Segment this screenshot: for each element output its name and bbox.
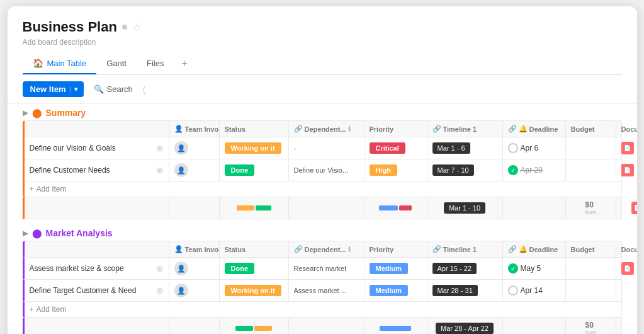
tab-main-table[interactable]: 🏠 Main Table bbox=[23, 53, 97, 74]
priority-badge[interactable]: High bbox=[370, 164, 397, 176]
deadline-check: ✓ bbox=[508, 263, 518, 274]
timeline-cell: Mar 7 - 10 bbox=[427, 159, 503, 181]
tab-gantt[interactable]: Gantt bbox=[96, 54, 137, 74]
team-cell: 👤 bbox=[169, 159, 220, 181]
home-icon: 🏠 bbox=[33, 58, 43, 68]
col-budget: Budget bbox=[566, 121, 616, 137]
tab-gantt-label: Gantt bbox=[106, 59, 127, 68]
status-cell[interactable]: Working on it bbox=[220, 137, 289, 159]
search-button[interactable]: 🔍 Search bbox=[89, 81, 138, 97]
plus-icon: + bbox=[30, 305, 34, 314]
dep-cell: Assess market ... bbox=[289, 280, 364, 301]
doc-icon[interactable]: 📄 bbox=[621, 142, 634, 154]
deadline-check: ✓ bbox=[508, 165, 518, 175]
col-status: Status bbox=[220, 241, 289, 257]
col-status: Status bbox=[220, 121, 289, 137]
budget-cell bbox=[566, 280, 616, 301]
priority-cell[interactable]: High bbox=[364, 159, 427, 181]
mini-bar bbox=[235, 326, 253, 331]
status-badge[interactable]: Working on it bbox=[225, 142, 281, 154]
table-row: Define our Vision & Goals ⊕ 👤 Working on… bbox=[23, 137, 622, 159]
status-badge[interactable]: Working on it bbox=[225, 285, 281, 296]
doc-cell bbox=[616, 280, 637, 301]
doc-icon[interactable]: 📄 bbox=[621, 164, 634, 176]
summary-timeline: Mar 28 - Apr 22 bbox=[427, 318, 503, 334]
group-summary-title[interactable]: Summary bbox=[46, 108, 86, 118]
col-headers-market: 👤 Team Invol... Status 🔗 Dependent... ℹ … bbox=[23, 241, 622, 258]
priority-badge[interactable]: Medium bbox=[370, 263, 409, 274]
task-name: Assess market size & scope bbox=[30, 264, 151, 273]
add-row-icon[interactable]: ⊕ bbox=[156, 143, 164, 153]
search-label: Search bbox=[107, 84, 133, 94]
tab-files-label: Files bbox=[147, 59, 164, 68]
dep-text: Research market bbox=[294, 265, 347, 272]
deadline-circle bbox=[508, 285, 518, 296]
group-toggle-market[interactable]: ▶ bbox=[23, 229, 28, 238]
board-subtitle[interactable]: Add board description bbox=[23, 38, 622, 47]
board-title: Business Plan bbox=[23, 19, 117, 35]
summary-doc: 📄 📄 bbox=[616, 197, 637, 219]
mini-bar bbox=[399, 205, 412, 210]
doc-icon-sum[interactable]: 📄 bbox=[631, 202, 637, 214]
star-icon[interactable]: ☆ bbox=[132, 21, 141, 33]
group-toggle-summary[interactable]: ▶ bbox=[23, 108, 28, 117]
plus-icon: + bbox=[30, 185, 34, 193]
tab-files[interactable]: Files bbox=[137, 54, 174, 74]
col-timeline: 🔗 Timeline 1 bbox=[427, 241, 503, 257]
deadline-text: Apr 14 bbox=[521, 286, 543, 295]
add-row-icon[interactable]: ⊕ bbox=[156, 165, 164, 175]
summary-deadline bbox=[503, 197, 566, 219]
team-cell: 👤 bbox=[169, 258, 220, 279]
new-item-label: New Item bbox=[30, 84, 66, 94]
group-market-title[interactable]: Market Analysis bbox=[46, 228, 113, 238]
task-name-cell: Define Customer Needs ⊕ bbox=[25, 159, 169, 181]
add-tab-button[interactable]: + bbox=[174, 53, 195, 74]
doc-cell: 📄 bbox=[616, 137, 637, 159]
doc-icon[interactable]: 📄 bbox=[621, 262, 634, 275]
status-cell[interactable]: Done bbox=[220, 159, 289, 181]
summary-empty bbox=[25, 197, 169, 219]
timeline-badge: Mar 28 - 31 bbox=[432, 285, 478, 296]
priority-badge[interactable]: Critical bbox=[370, 142, 405, 154]
add-row-icon[interactable]: ⊕ bbox=[156, 263, 164, 274]
priority-cell[interactable]: Medium bbox=[364, 280, 427, 301]
add-item-button[interactable]: + Add Item bbox=[23, 302, 622, 318]
add-item-button[interactable]: + Add Item bbox=[23, 181, 622, 197]
add-item-label: Add Item bbox=[37, 185, 67, 193]
group-market: ▶ ⬤ Market Analysis 👤 Team Invol... Stat… bbox=[23, 224, 622, 334]
team-cell: 👤 bbox=[169, 280, 220, 301]
table-row: Define Customer Needs ⊕ 👤 Done Define ou… bbox=[23, 159, 622, 181]
status-badge[interactable]: Done bbox=[225, 263, 255, 274]
timeline-cell: Apr 15 - 22 bbox=[427, 258, 503, 279]
summary-empty bbox=[25, 318, 169, 334]
add-row-icon[interactable]: ⊕ bbox=[156, 285, 164, 296]
col-priority: Priority bbox=[364, 121, 427, 137]
col-deadline: 🔗 🔔 Deadline bbox=[503, 121, 566, 137]
summary-budget: $0 sum bbox=[566, 197, 616, 219]
status-badge[interactable]: Done bbox=[225, 164, 255, 176]
priority-badge[interactable]: Medium bbox=[370, 285, 409, 296]
group-market-header: ▶ ⬤ Market Analysis bbox=[23, 224, 622, 241]
main-card: Business Plan ☆ Add board description 🏠 … bbox=[8, 6, 637, 334]
status-cell[interactable]: Done bbox=[220, 258, 289, 279]
more-options-icon[interactable]: ( bbox=[143, 84, 146, 95]
dep-text: Assess market ... bbox=[294, 287, 347, 294]
col-docs: Documents bbox=[616, 241, 637, 257]
priority-cell[interactable]: Medium bbox=[364, 258, 427, 279]
col-budget: Budget bbox=[566, 241, 616, 257]
dot-icon bbox=[122, 25, 127, 30]
table-row: Define Target Customer & Need ⊕ 👤 Workin… bbox=[23, 280, 622, 302]
priority-cell[interactable]: Critical bbox=[364, 137, 427, 159]
avatar: 👤 bbox=[174, 163, 188, 177]
group-summary-dot-icon: ⬤ bbox=[32, 108, 42, 118]
task-name: Define Target Customer & Need bbox=[30, 286, 151, 295]
tab-bar: 🏠 Main Table Gantt Files + bbox=[23, 53, 622, 75]
summary-empty2 bbox=[169, 197, 220, 219]
timeline-badge: Apr 15 - 22 bbox=[432, 263, 477, 274]
new-item-button[interactable]: New Item ▾ bbox=[23, 81, 84, 97]
deadline-cell: Apr 14 bbox=[503, 280, 566, 301]
status-mini-bars bbox=[235, 326, 272, 331]
mini-bar bbox=[254, 326, 272, 331]
col-headers-summary: 👤 Team Invol... Status 🔗 Dependent... ℹ … bbox=[23, 120, 622, 137]
status-cell[interactable]: Working on it bbox=[220, 280, 289, 301]
